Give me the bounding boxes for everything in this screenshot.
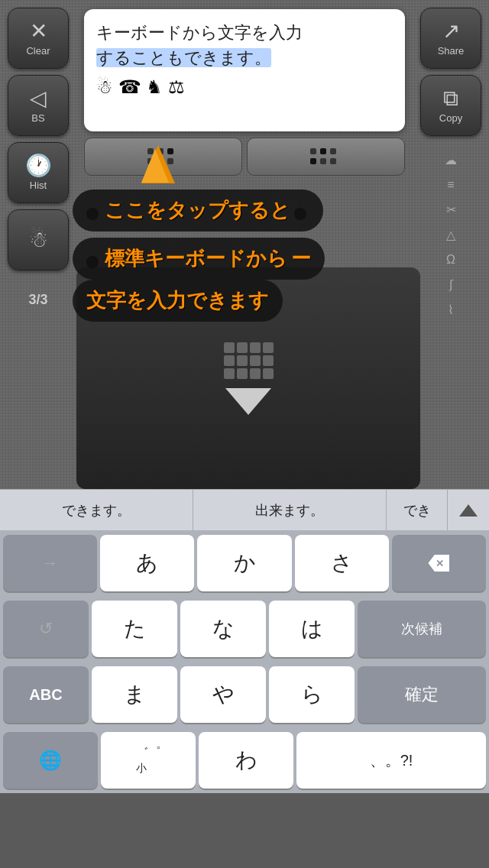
hist-button[interactable]: 🕐 Hist (8, 142, 69, 203)
next-candidate-key[interactable]: 次候補 (358, 601, 486, 657)
clear-button[interactable]: ✕ Clear (8, 8, 69, 69)
keyboard-grid-icon (224, 342, 274, 379)
key-na[interactable]: な (180, 601, 266, 657)
clear-label: Clear (26, 45, 50, 57)
callout-text-3: 文字を入力できます (73, 280, 283, 322)
page-indicator: 3/3 (8, 277, 69, 322)
confirm-key[interactable]: 確定 (358, 666, 486, 723)
bs-icon: ◁ (30, 88, 47, 109)
callout-line2: 標準キーボードから (105, 247, 287, 270)
keyboard-toggle-row (84, 138, 405, 176)
dots-grid-2 (310, 148, 338, 166)
keyboard-area: → あ か さ ✕ ↺ た な は 次候補 (0, 530, 489, 793)
emoji-row: ☃ ☎ ♞ ⚖ (96, 76, 393, 98)
key-ka[interactable]: か (197, 535, 291, 591)
text-highlighted: することもできます。 (96, 48, 271, 67)
keyboard-toggle-button-2[interactable] (247, 138, 405, 176)
key-wa[interactable]: わ (199, 732, 293, 789)
hist-label: Hist (30, 180, 47, 191)
callout-line1: ここをタップすると (105, 199, 290, 222)
up-arrow-icon (459, 504, 478, 517)
callout-text-2: 標準キーボードから ー (73, 238, 325, 280)
emoji-face-icon: ☃ (29, 229, 48, 251)
callout-dot-2 (294, 208, 306, 220)
suggestion-item-3[interactable]: でき (387, 490, 448, 530)
clear-icon: ✕ (30, 21, 47, 42)
keyboard-row-2: ↺ た な は 次候補 (0, 596, 489, 662)
hist-icon: 🕐 (25, 155, 52, 177)
callout-line3: 文字を入力できます (86, 289, 269, 312)
top-area: ✕ Clear ◁ BS 🕐 Hist ☃ 3/3 ↗ Share ⧉ Copy… (0, 0, 489, 489)
suggestion-bar: できます。 出来ます。 でき (0, 489, 489, 530)
callout-overlay: ここをタップすると 標準キーボードから ー 文字を入力できます (73, 189, 432, 322)
delete-icon: ✕ (428, 555, 449, 572)
callout-dot-3 (86, 256, 99, 268)
key-dakuten[interactable]: ゛゜小 (101, 732, 196, 789)
key-ya[interactable]: や (180, 666, 266, 723)
rotate-key[interactable]: ↺ (3, 601, 89, 657)
left-sidebar: ✕ Clear ◁ BS 🕐 Hist ☃ 3/3 (0, 0, 76, 489)
key-ma[interactable]: ま (92, 666, 177, 723)
key-sa[interactable]: さ (295, 535, 389, 591)
text-card: キーボードから文字を入力 することもできます。 ☃ ☎ ♞ ⚖ (84, 9, 405, 131)
bs-label: BS (31, 112, 44, 124)
arrow-right-key[interactable]: → (3, 535, 97, 591)
key-ta[interactable]: た (92, 601, 177, 657)
globe-key[interactable]: 🌐 (3, 732, 98, 789)
text-line2: することもできます。 (96, 45, 393, 70)
suggestion-item-2[interactable]: 出来ます。 (193, 490, 387, 530)
arrow-down-icon (225, 388, 271, 415)
callout-arrow-inner (141, 149, 169, 183)
key-a[interactable]: あ (100, 535, 194, 591)
key-ra[interactable]: ら (269, 666, 355, 723)
emoji-face-button[interactable]: ☃ (8, 209, 69, 270)
abc-key[interactable]: ABC (3, 666, 89, 723)
text-line1: キーボードから文字を入力 (96, 20, 393, 45)
suggestion-item-1[interactable]: できます。 (0, 490, 193, 530)
suggestion-up-button[interactable] (448, 490, 489, 530)
callout-text-1: ここをタップすると (73, 189, 323, 232)
keyboard-row-4: 🌐 ゛゜小 わ 、。?! (0, 727, 489, 793)
delete-key[interactable]: ✕ (392, 535, 486, 591)
keyboard-row-3: ABC ま や ら 確定 (0, 662, 489, 727)
callout-dot-1 (86, 208, 99, 220)
key-punctuation[interactable]: 、。?! (296, 732, 486, 789)
keyboard-row-1: → あ か さ ✕ (0, 530, 489, 596)
bs-button[interactable]: ◁ BS (8, 75, 69, 136)
key-ha[interactable]: は (269, 601, 355, 657)
